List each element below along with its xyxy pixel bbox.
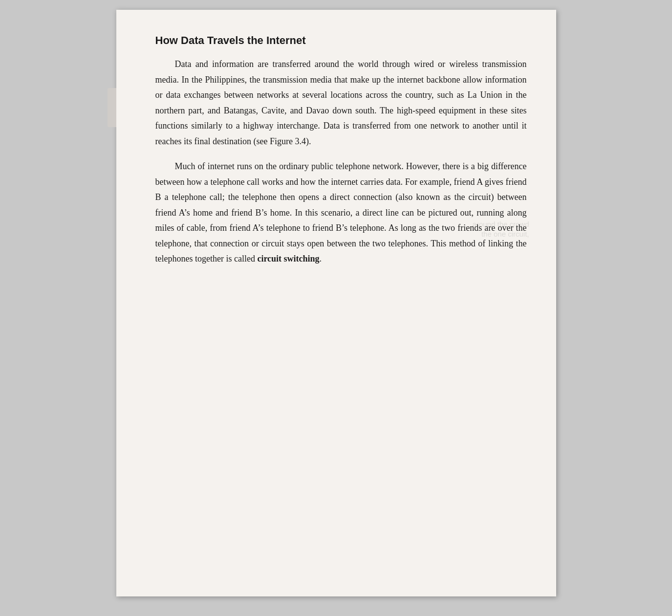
article-title: How Data Travels the Internet xyxy=(155,34,527,47)
paragraph-2: Much of internet runs on the ordinary pu… xyxy=(155,159,527,267)
left-tab xyxy=(108,88,116,127)
paragraph-1: Data and information are transferred aro… xyxy=(155,57,527,149)
paragraph-2-end: . xyxy=(320,254,322,264)
paragraph-2-text: Much of internet runs on the ordinary pu… xyxy=(155,161,527,264)
page-container: How Data Travels the Internet Data and i… xyxy=(116,10,556,596)
circuit-switching-term: circuit switching xyxy=(257,254,319,264)
